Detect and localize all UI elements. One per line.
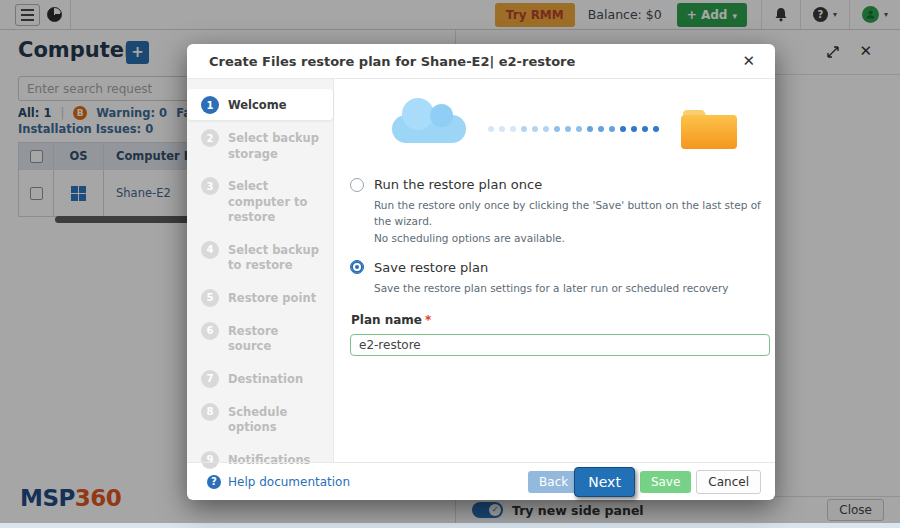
run-once-radio-row[interactable]: Run the restore plan once bbox=[350, 177, 770, 192]
step-label: Select computer to restore bbox=[228, 176, 325, 226]
step-number: 1 bbox=[201, 96, 219, 114]
dialog-close-icon[interactable]: ✕ bbox=[742, 52, 755, 70]
save-plan-description: Save the restore plan settings for a lat… bbox=[374, 280, 770, 296]
next-button[interactable]: Next bbox=[574, 467, 635, 497]
wizard-content: Run the restore plan once Run the restor… bbox=[334, 79, 788, 462]
step-schedule-options[interactable]: 8 Schedule options bbox=[187, 396, 333, 442]
step-number: 8 bbox=[201, 403, 219, 421]
step-label: Select backup to restore bbox=[228, 240, 325, 274]
wizard-steps-nav: 1 Welcome 2 Select backup storage 3 Sele… bbox=[187, 79, 334, 462]
dialog-title: Create Files restore plan for Shane-E2| … bbox=[209, 54, 575, 69]
cancel-button[interactable]: Cancel bbox=[696, 470, 761, 494]
restore-plan-wizard-dialog: Create Files restore plan for Shane-E2| … bbox=[187, 44, 775, 500]
step-number: 5 bbox=[201, 289, 219, 307]
step-select-backup-storage[interactable]: 2 Select backup storage bbox=[187, 122, 333, 168]
cloud-icon bbox=[392, 115, 466, 143]
step-label: Schedule options bbox=[228, 402, 325, 436]
step-destination[interactable]: 7 Destination bbox=[187, 363, 333, 394]
step-select-backup[interactable]: 4 Select backup to restore bbox=[187, 234, 333, 280]
step-welcome[interactable]: 1 Welcome bbox=[187, 89, 333, 120]
step-label: Select backup storage bbox=[228, 128, 325, 162]
plan-name-text: Plan name bbox=[351, 313, 422, 327]
save-button[interactable]: Save bbox=[640, 471, 691, 493]
folder-icon bbox=[679, 106, 739, 152]
step-label: Welcome bbox=[228, 95, 287, 114]
step-label: Restore point bbox=[228, 288, 316, 307]
footer-buttons: Back Next Save Cancel bbox=[528, 467, 761, 497]
radio-unselected-icon[interactable] bbox=[350, 178, 364, 192]
plan-name-input[interactable] bbox=[350, 334, 770, 356]
step-restore-source[interactable]: 6 Restore source bbox=[187, 315, 333, 361]
description-line: Run the restore only once by clicking th… bbox=[374, 197, 770, 230]
step-number: 7 bbox=[201, 370, 219, 388]
step-label: Destination bbox=[228, 369, 303, 388]
plan-name-label: Plan name* bbox=[351, 313, 770, 327]
screen: Try RMM Balance: $0 + Add▾ ? ▾ ▾ Compute… bbox=[0, 0, 900, 528]
run-once-label: Run the restore plan once bbox=[374, 177, 542, 192]
transfer-dots bbox=[488, 126, 659, 132]
run-once-description: Run the restore only once by clicking th… bbox=[374, 197, 770, 246]
step-number: 4 bbox=[201, 241, 219, 259]
help-documentation-link[interactable]: ? Help documentation bbox=[207, 475, 350, 489]
help-question-icon: ? bbox=[207, 475, 221, 489]
save-plan-label: Save restore plan bbox=[374, 260, 488, 275]
option-run-once: Run the restore plan once Run the restor… bbox=[350, 177, 770, 246]
dialog-footer: ? Help documentation Back Next Save Canc… bbox=[187, 462, 775, 500]
step-number: 3 bbox=[201, 177, 219, 195]
radio-selected-icon[interactable] bbox=[350, 260, 364, 274]
description-line: Save the restore plan settings for a lat… bbox=[374, 280, 770, 296]
option-save-plan: Save restore plan Save the restore plan … bbox=[350, 260, 770, 296]
step-select-computer[interactable]: 3 Select computer to restore bbox=[187, 170, 333, 232]
description-line: No scheduling options are available. bbox=[374, 230, 770, 246]
step-restore-point[interactable]: 5 Restore point bbox=[187, 282, 333, 313]
cloud-to-folder-illustration bbox=[370, 97, 760, 161]
required-asterisk: * bbox=[425, 313, 431, 327]
step-number: 6 bbox=[201, 322, 219, 340]
save-plan-radio-row[interactable]: Save restore plan bbox=[350, 260, 770, 275]
help-link-label: Help documentation bbox=[228, 475, 350, 489]
step-number: 2 bbox=[201, 129, 219, 147]
dialog-header: Create Files restore plan for Shane-E2| … bbox=[187, 44, 775, 79]
bottom-edge-strip bbox=[0, 523, 900, 528]
step-label: Restore source bbox=[228, 321, 325, 355]
